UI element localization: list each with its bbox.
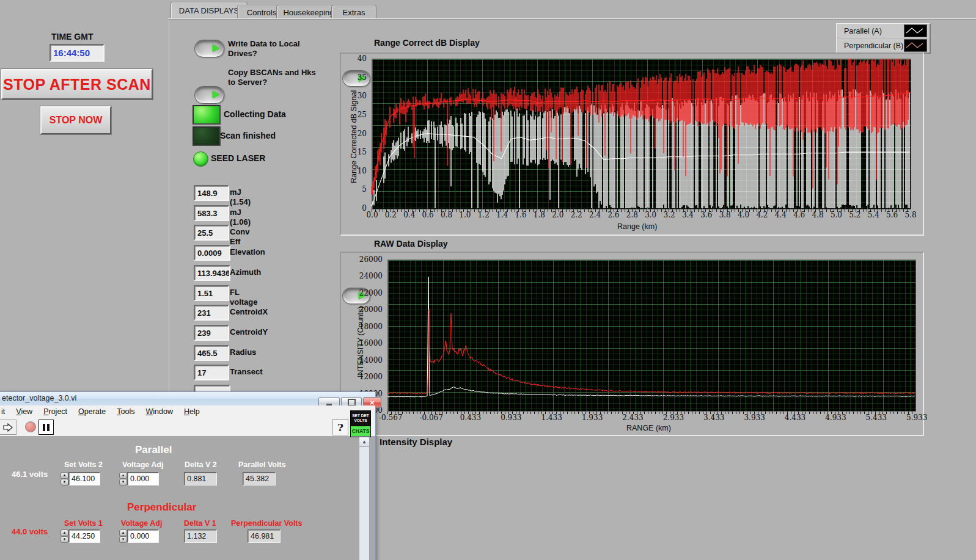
time-gmt-label: TIME GMT (51, 32, 93, 42)
raw-y-tick: 26000 (356, 255, 383, 264)
copy-bscans-toggle[interactable] (194, 86, 224, 104)
write-data-toggle[interactable] (194, 40, 224, 57)
raw-series-canvas (387, 260, 915, 410)
legend-parallel-swatch (904, 24, 927, 37)
stop-after-scan-button[interactable]: STOP AFTER SCAN (1, 69, 153, 100)
readout-value-centroidy: 239 (194, 325, 229, 341)
spin-down-icon[interactable]: ▼ (119, 479, 127, 485)
spinner-set-volts-1[interactable]: ▲▼ (61, 529, 68, 543)
raw-x-tick: 0.433 (460, 413, 479, 422)
input-set-volts-2[interactable]: 46.100 (68, 472, 100, 485)
readout-label: mJ (1.06) (230, 208, 251, 227)
section-title-perpendicular: Perpendicular (127, 501, 196, 514)
raw-y-tick: 16000 (356, 339, 383, 347)
readout-label: Transect (230, 367, 262, 377)
column-label-parallel-volts: Parallel Volts (238, 460, 286, 469)
menu-window[interactable]: Window (140, 407, 178, 416)
db-x-tick: 2.2 (567, 211, 585, 219)
vi-icon-badge: SET DETVOLTS CHATS (350, 410, 371, 437)
section-title-parallel: Parallel (135, 444, 172, 456)
db-x-tick: 3.0 (642, 211, 660, 219)
window-titlebar[interactable]: etector_voltage_3.0.vi ✕ (0, 392, 375, 406)
toggle-arrow-icon (213, 45, 219, 52)
run-button[interactable] (0, 420, 17, 435)
readout-label: CentroidX (230, 307, 268, 317)
readout-label: FL voltage (230, 288, 258, 307)
db-x-tick: 0.4 (400, 211, 419, 219)
column-label-set-volts-1: Set Volts 1 (64, 519, 103, 528)
spin-down-icon[interactable]: ▼ (61, 536, 68, 543)
spin-up-icon[interactable]: ▲ (61, 529, 68, 536)
detector-voltage-window: etector_voltage_3.0.vi ✕ itViewProjectOp… (0, 391, 376, 560)
db-x-tick: 2.8 (623, 211, 641, 219)
badge-chats: CHATS (351, 426, 370, 436)
raw-x-tick: 3.433 (703, 413, 722, 422)
tab-extras[interactable]: Extras (331, 5, 376, 19)
input-voltage-adj[interactable]: 0.000 (127, 529, 159, 543)
scan-finished-label: Scan finished (220, 131, 276, 140)
indicator-delta-v-2: 0.881 (184, 472, 217, 485)
raw-x-tick: 0.933 (501, 413, 519, 422)
volts-indicator-label: 44.0 volts (12, 527, 48, 536)
tab-data-displays[interactable]: DATA DISPLAYS (171, 2, 248, 19)
pause-button[interactable] (39, 420, 54, 435)
indicator-delta-v-1: 1.132 (184, 529, 217, 543)
tab-strip-divider-shadow (168, 19, 976, 20)
scroll-up-icon[interactable]: ▲ (359, 437, 369, 447)
db-x-tick: 3.4 (678, 211, 697, 219)
menu-operate[interactable]: Operate (73, 407, 111, 416)
db-x-tick: 3.8 (716, 211, 734, 219)
seed-laser-label: SEED LASER (211, 153, 265, 163)
input-voltage-adj[interactable]: 0.000 (127, 472, 159, 485)
menu-view[interactable]: View (10, 407, 38, 416)
db-x-tick: 1.6 (512, 211, 530, 219)
spinner-set-volts-2[interactable]: ▲▼ (61, 472, 68, 485)
run-arrow-icon (3, 423, 13, 432)
abort-button[interactable] (25, 421, 36, 432)
raw-x-tick: -0.567 (379, 413, 397, 422)
readout-value-mj-1-06-: 583.3 (194, 205, 229, 221)
readout-label: Radius (230, 347, 256, 357)
vertical-scrollbar[interactable]: ▲ (359, 436, 370, 560)
readout-value-radius: 465.5 (194, 345, 229, 361)
db-x-tick: 3.6 (697, 211, 716, 219)
indicator-perpendicular-volts: 46.981 (248, 529, 281, 543)
legend-row-parallel[interactable]: Parallel (A) (837, 24, 930, 38)
raw-y-tick: 18000 (356, 322, 383, 331)
db-x-tick: 1.0 (456, 211, 474, 219)
raw-x-tick: 3.933 (744, 413, 762, 422)
raw-y-tick: 12000 (356, 373, 383, 381)
write-data-label: Write Data to Local Drives? (228, 39, 320, 59)
menu-it[interactable]: it (0, 407, 10, 416)
readout-value-mj-1-54-: 148.9 (194, 185, 229, 201)
spin-up-icon[interactable]: ▲ (119, 529, 127, 536)
front-panel: Parallel46.1 voltsSet Volts 2Voltage Adj… (0, 436, 375, 560)
readout-label: Conv Eff (230, 227, 250, 247)
raw-y-tick: 20000 (356, 305, 383, 314)
spin-down-icon[interactable]: ▼ (119, 536, 127, 543)
window-title: etector_voltage_3.0.vi (2, 394, 76, 402)
help-button[interactable]: ? (332, 419, 348, 435)
spinner-voltage-adj[interactable]: ▲▼ (119, 472, 127, 485)
spinner-voltage-adj[interactable]: ▲▼ (119, 529, 127, 543)
spin-up-icon[interactable]: ▲ (61, 472, 68, 479)
stop-now-label: STOP NOW (50, 115, 103, 126)
menu-tools[interactable]: Tools (111, 407, 140, 416)
raw-x-tick: -0.067 (419, 413, 438, 422)
raw-series-Parallel (387, 309, 915, 394)
spin-down-icon[interactable]: ▼ (61, 479, 68, 485)
column-label-delta-v-2: Delta V 2 (185, 460, 217, 469)
indicator-parallel-volts: 45.382 (243, 472, 276, 485)
readout-value-conv-eff: 25.5 (194, 225, 229, 241)
spin-up-icon[interactable]: ▲ (119, 472, 127, 479)
menu-help[interactable]: Help (178, 407, 205, 416)
stop-now-button[interactable]: STOP NOW (40, 106, 111, 134)
raw-x-tick: 5.933 (906, 413, 925, 422)
input-set-volts-1[interactable]: 44.250 (68, 529, 100, 543)
db-y-tick: 0 (340, 204, 367, 213)
raw-series-Perpendicular (387, 277, 915, 398)
legend-row-perpendicular[interactable]: Perpendicular (B) (837, 38, 930, 53)
db-x-tick: 2.6 (604, 211, 623, 219)
menu-project[interactable]: Project (38, 407, 73, 416)
seed-laser-led (193, 151, 208, 167)
